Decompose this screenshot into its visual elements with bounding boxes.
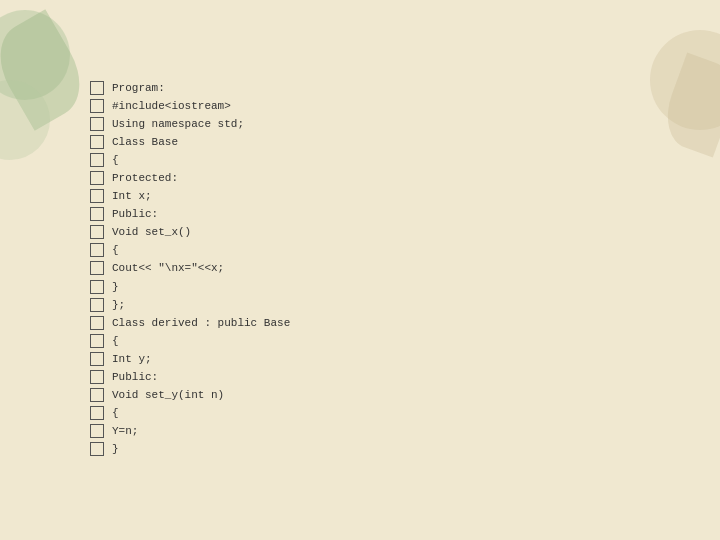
left-decoration [0,0,80,540]
bullet-checkbox [90,261,104,275]
code-line: { [90,152,630,169]
code-text: Program: [112,80,165,97]
bullet-checkbox [90,189,104,203]
code-text: { [112,405,119,422]
code-line: Void set_x() [90,224,630,241]
code-line: }; [90,297,630,314]
code-text: Int x; [112,188,152,205]
bullet-checkbox [90,388,104,402]
code-line: Public: [90,369,630,386]
code-text: { [112,333,119,350]
code-line: } [90,441,630,458]
bullet-checkbox [90,352,104,366]
code-line: Class Base [90,134,630,151]
code-text: { [112,152,119,169]
code-line: Void set_y(int n) [90,387,630,404]
code-line: Class derived : public Base [90,315,630,332]
bullet-checkbox [90,171,104,185]
code-line: Y=n; [90,423,630,440]
code-line: { [90,405,630,422]
bullet-checkbox [90,225,104,239]
code-text: #include<iostream> [112,98,231,115]
code-line: Int y; [90,351,630,368]
code-text: Public: [112,206,158,223]
code-text: }; [112,297,125,314]
code-text: Class Base [112,134,178,151]
code-text: } [112,279,119,296]
bullet-checkbox [90,243,104,257]
bullet-checkbox [90,99,104,113]
code-text: Int y; [112,351,152,368]
code-line: Public: [90,206,630,223]
code-text: Void set_y(int n) [112,387,224,404]
code-line: #include<iostream> [90,98,630,115]
code-text: Void set_x() [112,224,191,241]
code-text: { [112,242,119,259]
code-line: Int x; [90,188,630,205]
bullet-checkbox [90,406,104,420]
bullet-checkbox [90,442,104,456]
bullet-checkbox [90,117,104,131]
code-text: Cout<< "\nx="<<x; [112,260,224,277]
code-text: Public: [112,369,158,386]
bullet-checkbox [90,424,104,438]
bullet-checkbox [90,207,104,221]
code-text: Using namespace std; [112,116,244,133]
bullet-checkbox [90,280,104,294]
code-block: Program:#include<iostream>Using namespac… [90,80,630,458]
bullet-checkbox [90,370,104,384]
code-line: Program: [90,80,630,97]
code-text: Class derived : public Base [112,315,290,332]
bullet-checkbox [90,135,104,149]
code-line: { [90,242,630,259]
code-text: } [112,441,119,458]
code-text: Y=n; [112,423,138,440]
code-line: { [90,333,630,350]
bullet-checkbox [90,153,104,167]
bullet-checkbox [90,81,104,95]
code-line: Protected: [90,170,630,187]
code-text: Protected: [112,170,178,187]
right-decoration [640,0,720,540]
code-line: Using namespace std; [90,116,630,133]
bullet-checkbox [90,298,104,312]
content-area: Program:#include<iostream>Using namespac… [90,80,630,500]
bullet-checkbox [90,334,104,348]
code-line: Cout<< "\nx="<<x; [90,260,630,277]
bullet-checkbox [90,316,104,330]
code-line: } [90,279,630,296]
